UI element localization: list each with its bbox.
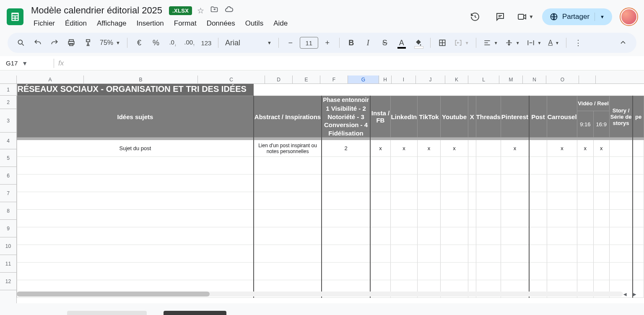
header-cell[interactable]: Threads [476, 96, 501, 138]
sheet-tab[interactable] [67, 311, 147, 315]
cloud-status-icon[interactable] [224, 5, 234, 16]
cell[interactable]: x [547, 140, 577, 157]
column-header[interactable]: I [392, 75, 416, 83]
row-header[interactable]: 9 [0, 220, 16, 237]
text-color-button[interactable]: A [394, 35, 409, 50]
italic-button[interactable]: I [361, 35, 376, 50]
header-cell[interactable]: 9:16 [577, 111, 593, 138]
cell[interactable]: 2 [322, 140, 370, 157]
column-header[interactable]: B [84, 75, 198, 83]
zoom-dropdown[interactable]: 75% ▼ [97, 35, 123, 50]
sheet-tab[interactable] [164, 311, 226, 315]
history-icon[interactable] [467, 8, 483, 25]
search-icon[interactable] [13, 35, 29, 50]
borders-button[interactable] [435, 35, 450, 50]
cell[interactable]: x [441, 140, 468, 157]
menu-insert[interactable]: Insertion [132, 18, 168, 29]
menu-tools[interactable]: Outils [241, 18, 267, 29]
more-icon[interactable]: ⋮ [571, 35, 586, 50]
row-header[interactable]: 8 [0, 202, 16, 220]
menu-format[interactable]: Format [170, 18, 201, 29]
share-button[interactable]: Partager ▼ [542, 8, 612, 25]
cell[interactable] [529, 140, 547, 157]
spreadsheet-grid[interactable]: ABCDEFGHIJKLMNO 1 2 3 4 5 6 7 8 9 10 11 … [0, 75, 644, 303]
formula-input[interactable] [68, 56, 644, 70]
header-cell[interactable]: Post [529, 96, 547, 138]
meet-icon[interactable]: ▼ [517, 8, 534, 25]
menu-view[interactable]: Affichage [93, 18, 131, 29]
column-header[interactable]: G [348, 75, 379, 83]
rotate-button[interactable]: A▼ [545, 35, 562, 50]
cell[interactable] [476, 140, 501, 157]
column-headers[interactable]: ABCDEFGHIJKLMNO [17, 75, 644, 84]
banner-cell[interactable]: RÉSEAUX SOCIAUX - ORGANISATION ET TRI DE… [17, 84, 254, 96]
row-header[interactable]: 5 [0, 149, 16, 167]
scrollbar-thumb[interactable] [17, 292, 210, 297]
halign-button[interactable]: ▼ [480, 35, 501, 50]
format-123-button[interactable]: 123 [199, 35, 214, 50]
valign-button[interactable]: ▼ [502, 35, 522, 50]
move-folder-icon[interactable] [210, 5, 218, 16]
header-cell[interactable]: Carrousel [547, 96, 577, 138]
column-header[interactable]: D [265, 75, 293, 83]
cell[interactable] [633, 140, 644, 157]
horizontal-scrollbar[interactable] [17, 292, 623, 297]
account-avatar[interactable] [621, 8, 637, 25]
header-cell[interactable]: pe [633, 96, 644, 138]
column-header[interactable]: J [416, 75, 445, 83]
percent-button[interactable]: % [148, 35, 164, 50]
header-cell[interactable]: Insta / FB [370, 96, 391, 138]
paint-format-icon[interactable] [80, 35, 96, 50]
cell[interactable] [468, 140, 476, 157]
header-cell[interactable]: TikTok [417, 96, 440, 138]
increase-font-icon[interactable]: + [320, 35, 335, 50]
row-header[interactable]: 2 [0, 96, 16, 109]
cell[interactable]: x [370, 140, 391, 157]
doc-title[interactable]: Modèle calendrier éditorial 2025 [29, 4, 164, 17]
column-header[interactable]: H [379, 75, 392, 83]
currency-button[interactable]: € [132, 35, 147, 50]
cell[interactable]: x [417, 140, 440, 157]
row-header[interactable]: 11 [0, 255, 16, 273]
sheets-logo[interactable] [7, 8, 23, 25]
column-header[interactable]: C [198, 75, 265, 83]
header-cell[interactable]: 16:9 [593, 111, 609, 138]
row-header[interactable]: 4 [0, 133, 16, 149]
font-size-input[interactable]: 11 [300, 37, 318, 49]
header-cell[interactable]: Story / Série de storys [609, 96, 633, 138]
cell[interactable]: x [501, 140, 529, 157]
strikethrough-button[interactable]: S [377, 35, 392, 50]
column-header[interactable]: A [17, 75, 84, 83]
bold-button[interactable]: B [344, 35, 359, 50]
cell[interactable]: x [577, 140, 593, 157]
column-header[interactable]: O [546, 75, 579, 83]
column-header[interactable]: L [468, 75, 499, 83]
row-header[interactable]: 1 [0, 84, 16, 96]
header-cell[interactable]: LinkedIn [390, 96, 417, 138]
cell[interactable]: x [390, 140, 417, 157]
header-cell[interactable]: Abstract / Inspirations [254, 96, 322, 138]
row-header[interactable]: 6 [0, 167, 16, 185]
row-header[interactable]: 3 [0, 109, 16, 133]
row-header[interactable]: 10 [0, 237, 16, 255]
menu-edit[interactable]: Édition [61, 18, 91, 29]
column-header[interactable]: M [499, 75, 523, 83]
decrease-decimal-icon[interactable]: .0↓ [165, 35, 180, 50]
row-header[interactable]: 7 [0, 185, 16, 202]
redo-icon[interactable] [47, 35, 62, 50]
increase-decimal-icon[interactable]: .00↑ [182, 35, 197, 50]
name-box[interactable]: G17 ▼ [4, 60, 49, 67]
menu-file[interactable]: Fichier [29, 18, 59, 29]
collapse-toolbar-icon[interactable] [615, 35, 631, 50]
star-icon[interactable]: ☆ [197, 6, 204, 16]
fill-color-button[interactable] [411, 35, 426, 50]
cell[interactable]: Sujet du post [17, 140, 254, 157]
wrap-button[interactable]: ▼ [524, 35, 544, 50]
header-cell[interactable]: Vidéo / Reel [577, 96, 610, 111]
column-header[interactable]: K [445, 75, 468, 83]
sheet-nav-arrows[interactable]: ◄► [622, 291, 637, 297]
menu-data[interactable]: Données [203, 18, 239, 29]
select-all-corner[interactable] [0, 75, 17, 84]
cell[interactable]: Lien d'un post inspirant ou notes person… [254, 140, 322, 157]
header-cell[interactable]: Idées sujets [17, 96, 254, 138]
